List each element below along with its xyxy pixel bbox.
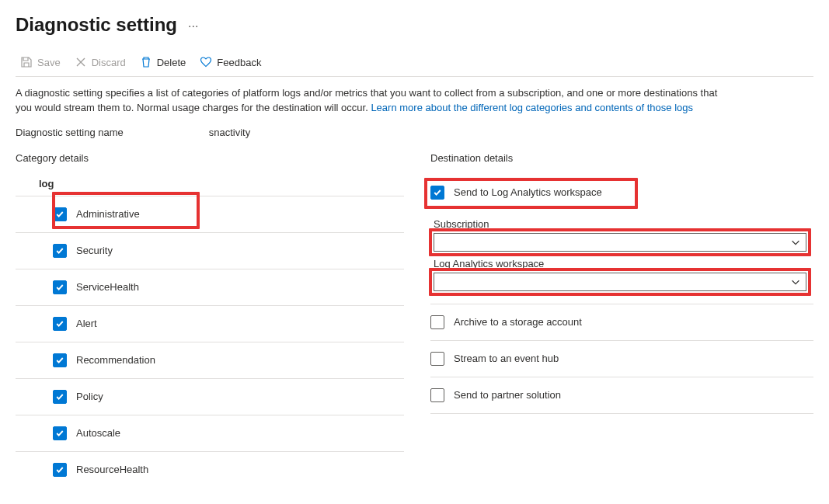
destination-row: Send to Log Analytics workspace [430,175,813,207]
checkbox-recommendation[interactable] [53,353,67,367]
law-select[interactable] [434,273,806,291]
category-label: ServiceHealth [76,281,139,293]
page-title: Diagnostic setting [16,14,177,36]
category-label: Alert [76,318,97,329]
category-row: ServiceHealth [16,269,404,305]
destination-label: Stream to an event hub [454,353,559,364]
setting-name-row: Diagnostic setting name snactivity [16,127,813,138]
category-row: ResourceHealth [16,451,404,488]
category-row: Administrative [16,196,404,232]
discard-label: Discard [92,57,126,68]
category-heading: Category details [16,152,404,164]
checkbox-servicehealth[interactable] [53,280,67,294]
delete-icon [140,56,152,68]
law-label: Log Analytics workspace [434,258,813,269]
checkbox-archive[interactable] [430,315,444,329]
save-icon [20,56,33,68]
setting-name-label: Diagnostic setting name [16,127,124,138]
checkbox-partner[interactable] [430,388,444,402]
checkbox-event-hub[interactable] [430,352,444,366]
learn-more-link[interactable]: Learn more about the different log categ… [371,102,693,113]
destination-heading: Destination details [430,152,813,164]
destination-row: Archive to a storage account [430,304,813,341]
checkbox-alert[interactable] [53,317,67,331]
destination-label: Send to Log Analytics workspace [454,186,602,198]
log-heading: log [16,175,404,196]
category-row: Autoscale [16,415,404,451]
law-config: Subscription Log Analytics workspace [430,207,813,304]
category-row: Security [16,232,404,269]
subscription-select[interactable] [434,233,806,252]
toolbar: Save Discard Delete Feedback [16,53,813,77]
more-icon[interactable]: ··· [188,17,198,33]
category-row: Alert [16,305,404,342]
chevron-down-icon [790,276,801,287]
setting-name-value: snactivity [209,127,250,138]
checkbox-security[interactable] [53,244,67,258]
feedback-button[interactable]: Feedback [200,56,261,68]
save-label: Save [37,57,61,68]
checkbox-send-law[interactable] [430,186,444,200]
checkbox-policy[interactable] [53,390,67,404]
subscription-label: Subscription [434,218,813,230]
checkbox-administrative[interactable] [53,207,67,221]
category-row: Recommendation [16,342,404,378]
chevron-down-icon [790,237,801,248]
category-label: Recommendation [76,354,155,366]
destination-label: Archive to a storage account [454,316,582,328]
delete-label: Delete [157,57,186,68]
destination-row: Send to partner solution [430,377,813,414]
feedback-label: Feedback [217,57,261,68]
delete-button[interactable]: Delete [140,56,186,68]
destination-row: Stream to an event hub [430,341,813,377]
category-label: Administrative [76,208,140,220]
destination-label: Send to partner solution [454,389,561,401]
discard-icon [75,56,87,68]
checkbox-resourcehealth[interactable] [53,463,67,477]
checkbox-autoscale[interactable] [53,426,67,440]
description-text: A diagnostic setting specifies a list of… [16,86,730,116]
category-label: Autoscale [76,427,120,439]
category-label: ResourceHealth [76,464,148,475]
discard-button[interactable]: Discard [75,56,126,68]
save-button[interactable]: Save [20,56,61,68]
category-list: Administrative Security ServiceHealth Al… [16,196,404,488]
heart-icon [200,56,212,68]
category-row: Policy [16,378,404,415]
page-title-row: Diagnostic setting ··· [16,14,813,36]
category-label: Policy [76,391,103,402]
category-label: Security [76,245,113,256]
